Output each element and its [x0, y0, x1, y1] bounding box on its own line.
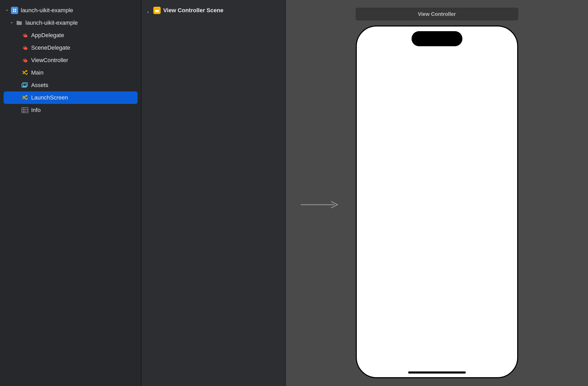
xcode-project-icon: [11, 7, 18, 14]
nav-file-info[interactable]: Info: [0, 104, 141, 116]
outline-scene-item[interactable]: View Controller Scene: [141, 5, 285, 16]
file-name-label: SceneDelegate: [31, 44, 70, 51]
device-preview-frame[interactable]: [356, 25, 518, 378]
disclosure-triangle-icon[interactable]: [10, 21, 13, 25]
nav-file-assets[interactable]: Assets: [0, 79, 141, 91]
scene-label-text: View Controller: [418, 11, 456, 17]
nav-file-main[interactable]: Main: [0, 66, 141, 79]
file-name-label: AppDelegate: [31, 32, 64, 39]
swift-file-icon: [21, 44, 29, 51]
svg-rect-10: [155, 9, 159, 10]
nav-file-appdelegate[interactable]: AppDelegate: [0, 29, 141, 42]
storyboard-file-icon: [21, 94, 29, 101]
file-name-label: LaunchScreen: [31, 94, 68, 101]
svg-rect-5: [22, 108, 28, 113]
dynamic-island: [412, 31, 462, 46]
nav-file-launchscreen[interactable]: LaunchScreen: [4, 91, 138, 104]
home-indicator: [408, 371, 466, 374]
initial-view-controller-arrow-icon[interactable]: [301, 199, 340, 210]
disclosure-triangle-icon[interactable]: [147, 9, 150, 12]
project-name-label: launch-uikit-example: [21, 7, 73, 14]
disclosure-triangle-icon[interactable]: [5, 9, 9, 12]
folder-name-label: launch-uikit-example: [25, 19, 78, 26]
scene-name-label: View Controller Scene: [163, 7, 223, 14]
swift-file-icon: [21, 32, 29, 39]
assets-file-icon: [21, 82, 29, 89]
file-name-label: Main: [31, 69, 44, 76]
interface-builder-canvas[interactable]: View Controller: [286, 0, 588, 386]
nav-file-scenedelegate[interactable]: SceneDelegate: [0, 42, 141, 54]
svg-point-3: [23, 85, 24, 85]
folder-icon: [16, 19, 23, 26]
svg-point-4: [26, 95, 27, 97]
svg-point-0: [26, 70, 27, 72]
file-name-label: ViewController: [31, 57, 68, 64]
plist-file-icon: [21, 107, 29, 114]
scene-icon: [153, 7, 161, 14]
swift-file-icon: [21, 57, 29, 64]
nav-file-viewcontroller[interactable]: ViewController: [0, 54, 141, 66]
scene-label-bar[interactable]: View Controller: [356, 8, 518, 20]
nav-folder[interactable]: launch-uikit-example: [0, 17, 141, 29]
nav-project-root[interactable]: launch-uikit-example: [0, 4, 141, 17]
file-name-label: Info: [31, 107, 41, 114]
project-navigator: launch-uikit-example launch-uikit-exampl…: [0, 0, 141, 386]
file-name-label: Assets: [31, 82, 48, 89]
storyboard-file-icon: [21, 69, 29, 76]
document-outline: View Controller Scene: [141, 0, 286, 386]
